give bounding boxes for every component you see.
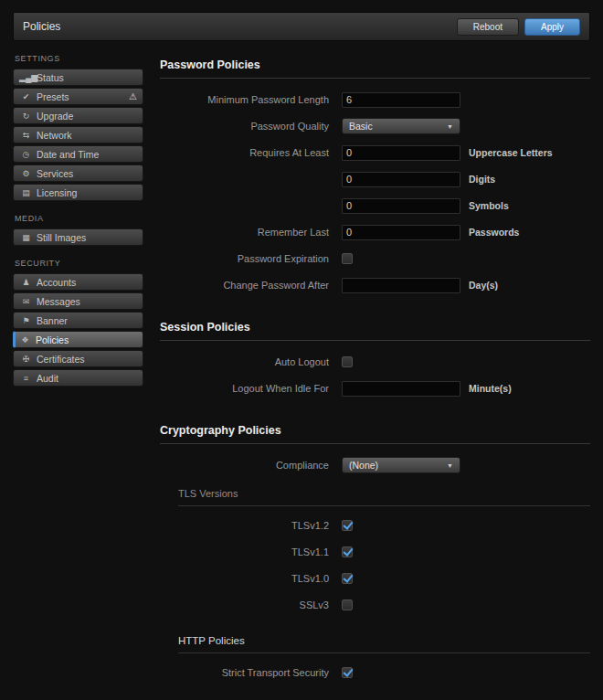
network-icon: ⇆ xyxy=(19,131,33,140)
policy-icon: ❖ xyxy=(18,335,32,345)
password-expiration-label: Password Expiration xyxy=(160,253,342,264)
strict-transport-security-checkbox[interactable] xyxy=(342,667,353,678)
sidebar-item-date-and-time[interactable]: ◷ Date and Time xyxy=(13,145,143,163)
password-quality-dropdown[interactable]: Basic ▼ xyxy=(342,118,460,134)
row-requires-uppercase: Requires At Least Uppercase Letters xyxy=(160,144,590,161)
symbols-input[interactable] xyxy=(342,198,460,214)
flag-icon: ⚑ xyxy=(19,316,33,325)
warning-icon: ⚠ xyxy=(129,91,137,101)
digits-suffix: Digits xyxy=(469,174,495,185)
row-password-quality: Password Quality Basic ▼ xyxy=(160,118,590,134)
user-icon: ♟ xyxy=(19,278,33,287)
refresh-icon: ↻ xyxy=(19,111,33,121)
logout-when-idle-input[interactable] xyxy=(342,381,460,397)
header-actions: Reboot Apply xyxy=(457,18,580,36)
section-title-session-policies: Session Policies xyxy=(160,315,590,341)
row-change-password-after: Change Password After Day(s) xyxy=(160,277,590,293)
sslv3-label: SSLv3 xyxy=(160,599,342,610)
status-chart-icon: ▂▄▆ xyxy=(19,73,33,82)
minutes-suffix: Minute(s) xyxy=(469,383,512,394)
sidebar-item-services[interactable]: ⚙ Services xyxy=(13,164,143,182)
tlsv12-checkbox[interactable] xyxy=(342,520,353,531)
tlsv12-label: TLSv1.2 xyxy=(160,520,342,531)
auto-logout-checkbox[interactable] xyxy=(342,356,353,367)
reboot-button[interactable]: Reboot xyxy=(457,18,519,36)
sidebar-item-certificates[interactable]: ✠ Certificates xyxy=(13,350,143,367)
change-password-after-label: Change Password After xyxy=(160,280,342,291)
sidebar-item-status[interactable]: ▂▄▆ Status xyxy=(13,69,143,86)
row-remember-last: Remember Last Passwords xyxy=(160,224,590,240)
sidebar-item-label: Upgrade xyxy=(37,111,73,122)
sidebar-item-still-images[interactable]: ▦ Still Images xyxy=(13,228,143,246)
row-minimum-password-length: Minimum Password Length xyxy=(160,91,590,108)
sidebar-item-banner[interactable]: ⚑ Banner xyxy=(13,312,143,329)
sidebar-item-label: Audit xyxy=(37,373,58,384)
compliance-dropdown[interactable]: (None) ▼ xyxy=(342,457,460,473)
sidebar: SETTINGS ▂▄▆ Status ✔ Presets ⚠ ↻ Upgrad… xyxy=(13,52,143,388)
sidebar-item-upgrade[interactable]: ↻ Upgrade xyxy=(13,107,143,124)
minimum-password-length-input[interactable] xyxy=(342,92,460,108)
gear-icon: ⚙ xyxy=(19,169,33,178)
chevron-down-icon: ▼ xyxy=(447,123,453,130)
sidebar-item-label: Licensing xyxy=(37,187,77,198)
strict-transport-security-label: Strict Transport Security xyxy=(160,667,342,678)
tlsv11-label: TLSv1.1 xyxy=(160,546,342,557)
sidebar-item-messages[interactable]: ✉ Messages xyxy=(13,292,143,310)
digits-input[interactable] xyxy=(342,172,460,187)
body-wrap: SETTINGS ▂▄▆ Status ✔ Presets ⚠ ↻ Upgrad… xyxy=(13,52,590,691)
sidebar-item-licensing[interactable]: ▤ Licensing xyxy=(13,184,143,201)
certificate-icon: ✠ xyxy=(19,355,33,364)
row-sslv3: SSLv3 xyxy=(160,597,590,613)
sidebar-section-security: SECURITY xyxy=(15,259,143,268)
symbols-suffix: Symbols xyxy=(469,200,509,211)
remember-last-label: Remember Last xyxy=(160,227,342,238)
row-requires-digits: Digits xyxy=(160,171,590,187)
sidebar-item-network[interactable]: ⇆ Network xyxy=(13,126,143,143)
section-title-cryptography-policies: Cryptography Policies xyxy=(160,419,590,444)
section-title-password-policies: Password Policies xyxy=(160,53,590,79)
dropdown-selected-value: (None) xyxy=(349,460,378,471)
tlsv10-checkbox[interactable] xyxy=(342,573,353,584)
image-icon: ▦ xyxy=(19,233,33,242)
sslv3-checkbox[interactable] xyxy=(342,599,353,610)
license-icon: ▤ xyxy=(19,188,33,197)
row-auto-logout: Auto Logout xyxy=(160,354,590,370)
audit-list-icon: ≡ xyxy=(19,374,33,383)
row-tlsv12: TLSv1.2 xyxy=(160,517,590,534)
row-tlsv10: TLSv1.0 xyxy=(160,570,590,587)
page: Policies Reboot Apply SETTINGS ▂▄▆ Statu… xyxy=(0,0,603,700)
dropdown-selected-value: Basic xyxy=(349,121,373,132)
row-requires-symbols: Symbols xyxy=(160,197,590,214)
password-expiration-checkbox[interactable] xyxy=(342,253,353,264)
sidebar-item-audit[interactable]: ≡ Audit xyxy=(13,369,143,387)
apply-button[interactable]: Apply xyxy=(524,18,580,36)
page-title: Policies xyxy=(23,20,60,33)
change-password-after-input[interactable] xyxy=(342,278,460,293)
clock-icon: ◷ xyxy=(19,150,33,159)
days-suffix: Day(s) xyxy=(469,280,498,291)
sidebar-item-label: Policies xyxy=(36,334,69,345)
tlsv11-checkbox[interactable] xyxy=(342,546,353,557)
sidebar-item-presets[interactable]: ✔ Presets ⚠ xyxy=(13,88,143,105)
passwords-suffix: Passwords xyxy=(469,227,519,238)
logout-when-idle-label: Logout When Idle For xyxy=(160,383,342,394)
compliance-label: Compliance xyxy=(160,460,342,471)
sidebar-item-policies[interactable]: ❖ Policies xyxy=(13,331,143,348)
auto-logout-label: Auto Logout xyxy=(160,356,342,367)
remember-last-input[interactable] xyxy=(342,225,460,240)
row-password-expiration: Password Expiration xyxy=(160,250,590,267)
subsection-title-http-policies: HTTP Policies xyxy=(178,635,590,653)
uppercase-letters-input[interactable] xyxy=(342,145,460,161)
sidebar-item-label: Date and Time xyxy=(37,149,99,160)
sidebar-section-media: MEDIA xyxy=(15,214,143,223)
sidebar-item-label: Still Images xyxy=(37,232,86,243)
sidebar-item-label: Messages xyxy=(37,296,80,307)
minimum-password-length-label: Minimum Password Length xyxy=(160,94,342,105)
password-quality-label: Password Quality xyxy=(160,121,342,132)
row-strict-transport-security: Strict Transport Security xyxy=(160,664,590,681)
uppercase-letters-suffix: Uppercase Letters xyxy=(469,147,553,158)
sidebar-item-accounts[interactable]: ♟ Accounts xyxy=(13,273,143,291)
row-compliance: Compliance (None) ▼ xyxy=(160,457,590,473)
sidebar-item-label: Network xyxy=(37,130,72,141)
check-icon: ✔ xyxy=(19,92,33,101)
